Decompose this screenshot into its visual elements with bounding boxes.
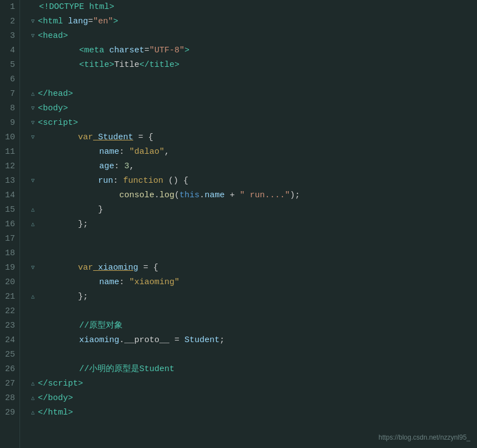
ln-11: 11	[0, 145, 15, 159]
code-line-5: <title>Title</title>	[29, 58, 477, 72]
html-open: <html	[38, 14, 68, 29]
comment-1: //原型对象	[79, 319, 123, 333]
code-line-16: △ };	[29, 217, 477, 232]
ln-12: 12	[0, 159, 15, 174]
code-line-14: console.log(this.name + " run....");	[29, 188, 477, 203]
code-line-7: △ </head>	[29, 87, 477, 101]
ln-16: 16	[0, 217, 15, 232]
ln-29: 29	[0, 406, 15, 420]
ln-28: 28	[0, 391, 15, 406]
ln-10: 10	[0, 130, 15, 145]
code-line-23: //原型对象	[29, 319, 477, 333]
ln-4: 4	[0, 43, 15, 58]
code-content: <!DOCTYPE html> ▽ <html lang="en"> ▽ <he…	[20, 0, 477, 448]
ln-22: 22	[0, 304, 15, 319]
ln-8: 8	[0, 101, 15, 116]
code-line-8: ▽ <body>	[29, 101, 477, 116]
doctype: <!DOCTYPE html>	[39, 0, 114, 14]
code-line-12: age: 3,	[29, 159, 477, 174]
code-line-15: △ }	[29, 203, 477, 217]
code-line-3: ▽ <head>	[29, 29, 477, 43]
code-line-20: name: "xiaoming"	[29, 275, 477, 290]
code-line-26: //小明的原型是Student	[29, 362, 477, 377]
ln-26: 26	[0, 362, 15, 377]
fold-13[interactable]: ▽	[29, 177, 37, 185]
ln-2: 2	[0, 14, 15, 29]
fold-10[interactable]: ▽	[29, 134, 37, 142]
code-line-11: name: "dalao",	[29, 145, 477, 159]
fold-27[interactable]: △	[29, 380, 37, 388]
ln-7: 7	[0, 87, 15, 101]
code-line-18	[29, 246, 477, 261]
fold-2[interactable]: ▽	[29, 18, 37, 26]
fold-29[interactable]: △	[29, 409, 37, 417]
fold-9[interactable]: ▽	[29, 119, 37, 127]
code-line-22	[29, 304, 477, 319]
function-kw: function	[123, 174, 163, 188]
code-line-29: △ </html>	[29, 406, 477, 420]
code-line-1: <!DOCTYPE html>	[29, 0, 477, 14]
fold-16[interactable]: △	[29, 221, 37, 228]
body-close: </body>	[38, 391, 73, 406]
body-open: <body>	[38, 101, 68, 116]
code-line-10: ▽ var Student = {	[29, 130, 477, 145]
ln-6: 6	[0, 72, 15, 87]
head-close: </head>	[38, 87, 73, 101]
ln-15: 15	[0, 203, 15, 217]
ln-5: 5	[0, 58, 15, 72]
code-line-27: △ </script>	[29, 377, 477, 391]
watermark: https://blog.csdn.net/nzzynl95_	[378, 430, 470, 445]
code-line-25	[29, 348, 477, 362]
code-line-19: ▽ var xiaoming = {	[29, 261, 477, 275]
code-line-9: ▽ <script>	[29, 116, 477, 130]
line-numbers: 1 2 3 4 5 6 7 8 9 10 11 12 13 14 15 16 1…	[0, 0, 20, 448]
code-line-13: ▽ run: function () {	[29, 174, 477, 188]
ln-20: 20	[0, 275, 15, 290]
ln-24: 24	[0, 333, 15, 348]
fold-3[interactable]: ▽	[29, 32, 37, 40]
var-kw: var	[78, 130, 93, 145]
fold-8[interactable]: ▽	[29, 105, 37, 113]
fold-15[interactable]: △	[29, 206, 37, 214]
ln-14: 14	[0, 188, 15, 203]
ln-21: 21	[0, 290, 15, 304]
head-open: <head>	[38, 29, 68, 43]
code-line-4: <meta charset="UTF-8">	[29, 43, 477, 58]
code-editor: 1 2 3 4 5 6 7 8 9 10 11 12 13 14 15 16 1…	[0, 0, 477, 448]
ln-1: 1	[0, 0, 15, 14]
code-line-17	[29, 232, 477, 246]
code-line-24: xiaoming.__proto__ = Student;	[29, 333, 477, 348]
ln-3: 3	[0, 29, 15, 43]
ln-19: 19	[0, 261, 15, 275]
code-line-28: △ </body>	[29, 391, 477, 406]
ln-17: 17	[0, 232, 15, 246]
fold-28[interactable]: △	[29, 395, 37, 402]
fold-7[interactable]: △	[29, 90, 37, 98]
ln-27: 27	[0, 377, 15, 391]
fold-21[interactable]: △	[29, 293, 37, 301]
fold-19[interactable]: ▽	[29, 264, 37, 272]
lang-attr: lang	[68, 14, 88, 29]
code-line-2: ▽ <html lang="en">	[29, 14, 477, 29]
code-line-21: △ };	[29, 290, 477, 304]
ln-23: 23	[0, 319, 15, 333]
script-close: </script>	[38, 377, 83, 391]
code-line-6	[29, 72, 477, 87]
ln-18: 18	[0, 246, 15, 261]
html-close: </html>	[38, 406, 73, 420]
script-open: <script>	[38, 116, 78, 130]
ln-25: 25	[0, 348, 15, 362]
comment-2: //小明的原型是Student	[79, 362, 174, 377]
ln-9: 9	[0, 116, 15, 130]
ln-13: 13	[0, 174, 15, 188]
